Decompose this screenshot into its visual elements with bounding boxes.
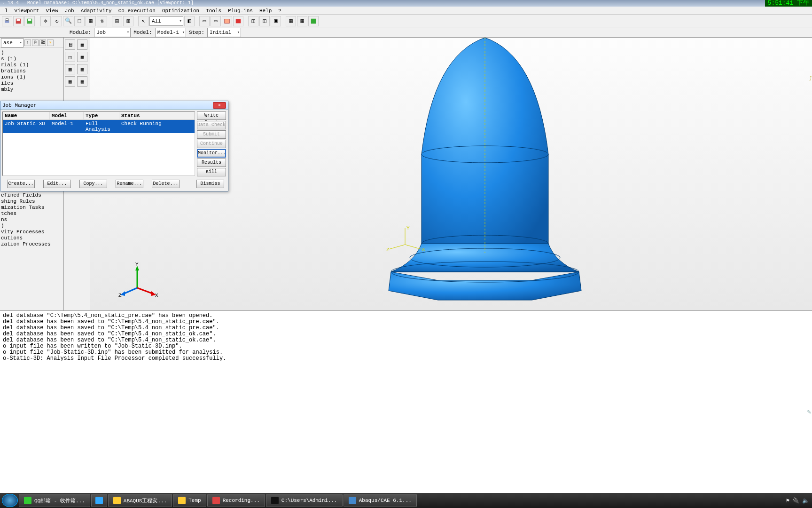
tree-item[interactable]: tches [1,211,62,217]
adaptivity-icon[interactable]: ◫ [65,52,75,62]
menu-item[interactable]: Co-execution [116,8,158,14]
pan-icon[interactable]: ✥ [40,16,51,26]
rotate-icon[interactable]: ↻ [52,16,62,26]
persp1-icon[interactable]: ▦ [286,16,296,26]
save-icon[interactable] [13,16,23,26]
taskbar-item[interactable]: Abaqus/CAE 6.1... [344,494,417,507]
tree-item[interactable]: ns [1,217,62,223]
selection-combo[interactable]: All [149,16,183,26]
box-red2-icon[interactable] [233,16,243,26]
jobs-table[interactable]: Name Model Type Status Job-Static-3D Mod… [2,111,195,176]
tree-item[interactable]: shing Rules [1,198,62,205]
model-combo[interactable]: Model-1 [155,28,186,37]
model-tree[interactable]: ) s (1) rials (1) brations ions (1) iles… [0,48,63,95]
shade-icon[interactable]: ▣ [271,16,281,26]
create-button[interactable]: Create... [7,180,35,188]
job-create-icon[interactable]: 🖥 [65,40,75,50]
delete-button[interactable]: Delete... [152,180,180,188]
wire-icon[interactable]: ◫ [248,16,258,26]
dismiss-button[interactable]: Dismiss [196,180,224,188]
data-check-button[interactable]: Data Check [197,121,226,129]
tray-vol-icon[interactable]: 🔈 [802,497,809,504]
menu-item[interactable]: l [2,8,11,14]
menu-item[interactable]: Tools [203,8,224,14]
menu-item[interactable]: Viewport [12,8,42,14]
tray-flag-icon[interactable]: ⚑ [786,497,789,504]
grid-icon[interactable]: ▤ [112,16,122,26]
box-red-icon[interactable] [222,16,232,26]
hidden-icon[interactable]: ◫ [259,16,270,26]
taskbar-item[interactable] [91,494,107,507]
persp3-icon[interactable] [308,16,319,26]
fit-icon[interactable]: ▦ [86,16,96,26]
coexec-icon[interactable]: ▦ [77,52,87,62]
tree-up-icon[interactable]: ↑ [24,40,31,46]
submit-button[interactable]: Submit [197,130,226,139]
taskbar-item[interactable]: QQ邮箱 - 收件箱... [19,494,90,507]
menu-item[interactable]: Adaptivity [78,8,115,14]
model-tree-lower[interactable]: (3) efined Fields shing Rules mization T… [0,184,63,249]
taskbar-item[interactable]: ABAQUS工程实... [108,494,172,507]
monitor-button[interactable]: Monitor... [197,149,226,158]
write-input-button[interactable]: Write Input [197,111,226,120]
tree-item[interactable]: mization Tasks [1,205,62,211]
tree-item[interactable]: ) [1,223,62,229]
persp2-icon[interactable]: ▦ [297,16,307,26]
select-icon[interactable]: ↖ [138,16,148,26]
tree-item[interactable]: rials (1) [1,62,62,68]
job-manager-icon[interactable]: ▦ [77,40,87,50]
annotate-icon[interactable]: ✎ [807,408,811,416]
system-tray[interactable]: ⚑ 🔌 🔈 [786,497,809,504]
continue-button[interactable]: Continue [197,140,226,148]
close-icon[interactable]: ✕ [213,102,226,109]
edit-button[interactable]: Edit... [43,180,71,188]
table-row[interactable]: Job-Static-3D Model-1 Full Analysis Chec… [3,120,195,133]
copy-button[interactable]: Copy... [79,180,107,188]
box2-icon[interactable]: ▭ [211,16,221,26]
start-button[interactable] [2,494,18,507]
grid2-icon[interactable]: ▥ [123,16,133,26]
kill-button[interactable]: Kill [197,168,226,176]
open-icon[interactable] [24,16,35,26]
tree-item[interactable]: iles [1,80,62,87]
menu-item[interactable]: Plug-ins [225,8,256,14]
step-combo[interactable]: Initial [207,28,241,37]
box1-icon[interactable]: ▭ [199,16,210,26]
swap-icon[interactable]: ⇅ [97,16,107,26]
menu-item[interactable]: ? [275,8,284,14]
message-area[interactable]: del database "C:\Temp\5.4_non_static_pre… [0,310,812,381]
tool-icon[interactable]: ◧ [184,16,195,26]
dialog-titlebar[interactable]: Job Manager ✕ [0,101,228,110]
tree-item[interactable]: zation Processes [1,241,62,247]
tree-item[interactable]: mbly [1,87,62,93]
misc-icon[interactable]: ▦ [65,76,75,87]
tree-item[interactable]: cutions [1,235,62,241]
zoom-box-icon[interactable]: ⬚ [74,16,85,26]
menu-item[interactable]: Job [62,8,77,14]
opt-mgr-icon[interactable]: ▦ [77,64,87,74]
taskbar-item[interactable]: Recording... [207,494,265,507]
rename-button[interactable]: Rename... [116,180,143,188]
menu-item[interactable]: Help [257,8,274,14]
tree-copy-icon[interactable]: ⎘ [32,40,39,46]
tree-item[interactable]: efined Fields [1,192,62,198]
tree-bulb-icon[interactable]: ☀ [47,40,54,46]
results-button[interactable]: Results [197,159,226,167]
tree-item[interactable]: brations [1,68,62,74]
tree-filter-combo[interactable]: ase [1,38,23,48]
menu-item[interactable]: Optimization [159,8,202,14]
taskbar-item[interactable]: C:\Users\Admini... [266,494,343,507]
taskbar-item[interactable]: Temp [173,494,206,507]
tree-link-icon[interactable]: ⛓ [39,40,46,46]
menu-item[interactable]: View [43,8,61,14]
tree-item[interactable]: s (1) [1,56,62,62]
opt-icon[interactable]: ▦ [65,64,75,74]
tree-item[interactable]: vity Processes [1,229,62,235]
module-combo[interactable]: Job [94,28,131,37]
tree-item[interactable]: ions (1) [1,74,62,80]
tray-net-icon[interactable]: 🔌 [792,497,799,504]
zoom-icon[interactable]: 🔍 [63,16,73,26]
tree-item[interactable]: ) [1,50,62,56]
misc2-icon[interactable]: ▦ [77,76,87,87]
print-icon[interactable] [2,16,12,26]
